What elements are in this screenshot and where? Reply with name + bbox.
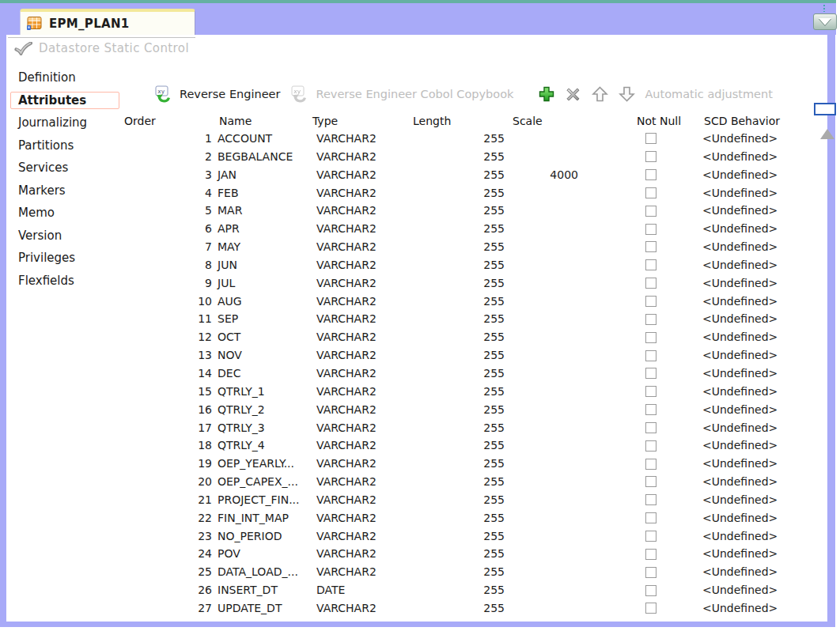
not-null-checkbox[interactable] — [645, 350, 656, 361]
table-row[interactable]: 7 MAY VARCHAR2 255 <Undefined> — [111, 238, 827, 256]
table-row[interactable]: 24 POV VARCHAR2 255 <Undefined> — [111, 545, 827, 563]
table-row[interactable]: 27 UPDATE_DT VARCHAR2 255 <Undefined> — [111, 599, 827, 618]
cell-scale — [505, 238, 578, 256]
sidebar-item-label: Journalizing — [18, 115, 87, 130]
move-up-icon[interactable] — [590, 85, 609, 104]
not-null-checkbox[interactable] — [645, 459, 656, 470]
not-null-checkbox[interactable] — [645, 603, 656, 614]
not-null-checkbox[interactable] — [645, 386, 656, 397]
tab-list-chevron-button[interactable] — [813, 13, 837, 30]
column-header-length[interactable]: Length — [413, 115, 451, 127]
table-row[interactable]: 3 JAN VARCHAR2 255 4000 <Undefined> — [111, 166, 827, 184]
cell-length: 255 — [406, 365, 505, 383]
not-null-checkbox[interactable] — [645, 296, 656, 307]
table-row[interactable]: 22 FIN_INT_MAP VARCHAR2 255 <Undefined> — [111, 509, 827, 527]
sidebar-item-version[interactable]: Version — [10, 227, 119, 244]
sidebar-item-journalizing[interactable]: Journalizing — [10, 114, 119, 131]
table-row[interactable]: 18 QTRLY_4 VARCHAR2 255 <Undefined> — [111, 436, 827, 455]
table-row[interactable]: 11 SEP VARCHAR2 255 <Undefined> — [111, 310, 827, 328]
not-null-checkbox[interactable] — [645, 512, 656, 523]
cell-length: 255 — [406, 436, 505, 455]
not-null-checkbox[interactable] — [645, 404, 656, 415]
cell-type: VARCHAR2 — [311, 436, 406, 455]
table-row[interactable]: 6 APR VARCHAR2 255 <Undefined> — [111, 220, 827, 238]
not-null-checkbox[interactable] — [645, 151, 656, 162]
cell-scd-behavior: <Undefined> — [702, 545, 827, 563]
tab-epm-plan1[interactable]: EPM_PLAN1 — [20, 9, 195, 35]
attributes-toolbar: xy Reverse Engineer xy Reverse Engineer … — [6, 84, 821, 104]
table-row[interactable]: 12 OCT VARCHAR2 255 <Undefined> — [111, 328, 827, 346]
column-header-name[interactable]: Name — [219, 115, 252, 127]
not-null-checkbox[interactable] — [645, 187, 656, 198]
table-row[interactable]: 25 DATA_LOAD_... VARCHAR2 255 <Undefined… — [111, 563, 827, 581]
cell-type: VARCHAR2 — [311, 220, 406, 238]
cell-name: DATA_LOAD_... — [212, 563, 311, 581]
reverse-engineer-button[interactable]: Reverse Engineer — [180, 88, 280, 100]
cell-scale — [505, 220, 578, 238]
sidebar-item-flexfields[interactable]: Flexfields — [10, 272, 119, 289]
table-row[interactable]: 19 OEP_YEARLY... VARCHAR2 255 <Undefined… — [111, 455, 827, 473]
table-row[interactable]: 15 QTRLY_1 VARCHAR2 255 <Undefined> — [111, 383, 827, 401]
sidebar-item-privileges[interactable]: Privileges — [10, 249, 119, 266]
not-null-checkbox[interactable] — [645, 278, 656, 289]
not-null-checkbox[interactable] — [645, 585, 656, 596]
not-null-checkbox[interactable] — [645, 241, 656, 252]
editor-splitter-handle[interactable] — [814, 103, 836, 115]
not-null-checkbox[interactable] — [645, 133, 656, 144]
table-row[interactable]: 2 BEGBALANCE VARCHAR2 255 <Undefined> — [111, 148, 827, 166]
cell-length: 255 — [406, 419, 505, 437]
sidebar-item-services[interactable]: Services — [10, 159, 119, 176]
column-header-scd-behavior[interactable]: SCD Behavior — [704, 115, 780, 127]
not-null-checkbox[interactable] — [645, 224, 656, 235]
table-row[interactable]: 17 QTRLY_3 VARCHAR2 255 <Undefined> — [111, 419, 827, 437]
sidebar-item-markers[interactable]: Markers — [10, 182, 119, 199]
table-row[interactable]: 21 PROJECT_FIN... VARCHAR2 255 <Undefine… — [111, 491, 827, 509]
not-null-checkbox[interactable] — [645, 169, 656, 180]
add-attribute-icon[interactable] — [537, 85, 556, 104]
not-null-checkbox[interactable] — [645, 368, 656, 379]
not-null-checkbox[interactable] — [645, 494, 656, 505]
not-null-checkbox[interactable] — [645, 549, 656, 560]
reverse-engineer-icon[interactable]: xy — [154, 85, 173, 104]
cell-order: 17 — [111, 419, 212, 437]
table-row[interactable]: 1 ACCOUNT VARCHAR2 255 <Undefined> — [111, 130, 827, 148]
cell-length: 255 — [406, 491, 505, 509]
not-null-checkbox[interactable] — [645, 440, 656, 452]
table-row[interactable]: 23 NO_PERIOD VARCHAR2 255 <Undefined> — [111, 527, 827, 546]
table-row[interactable]: 14 DEC VARCHAR2 255 <Undefined> — [111, 365, 827, 383]
cell-order: 21 — [111, 491, 212, 509]
not-null-checkbox[interactable] — [645, 259, 656, 270]
not-null-checkbox[interactable] — [645, 332, 656, 343]
not-null-checkbox[interactable] — [645, 314, 656, 325]
table-row[interactable]: 8 JUN VARCHAR2 255 <Undefined> — [111, 256, 827, 274]
cell-scd-behavior: <Undefined> — [702, 293, 827, 311]
move-down-icon[interactable] — [617, 85, 636, 104]
table-row[interactable]: 9 JUL VARCHAR2 255 <Undefined> — [111, 274, 827, 293]
not-null-checkbox[interactable] — [645, 422, 656, 433]
cell-name: POV — [212, 545, 311, 563]
not-null-checkbox[interactable] — [645, 476, 656, 487]
sidebar-item-memo[interactable]: Memo — [10, 204, 119, 221]
column-header-type[interactable]: Type — [312, 115, 338, 127]
table-row[interactable]: 4 FEB VARCHAR2 255 <Undefined> — [111, 184, 827, 202]
table-row[interactable]: 10 AUG VARCHAR2 255 <Undefined> — [111, 293, 827, 311]
cell-length: 255 — [406, 599, 505, 618]
table-row[interactable]: 16 QTRLY_2 VARCHAR2 255 <Undefined> — [111, 401, 827, 419]
not-null-checkbox[interactable] — [645, 531, 656, 542]
cell-length: 255 — [406, 473, 505, 491]
delete-attribute-icon[interactable] — [563, 85, 582, 104]
table-row[interactable]: 26 INSERT_DT DATE 255 <Undefined> — [111, 581, 827, 599]
sidebar-item-partitions[interactable]: Partitions — [10, 137, 119, 154]
table-row[interactable]: 5 MAR VARCHAR2 255 <Undefined> — [111, 202, 827, 220]
not-null-checkbox[interactable] — [645, 567, 656, 578]
column-header-not-null[interactable]: Not Null — [637, 115, 681, 127]
table-row[interactable]: 20 OEP_CAPEX_... VARCHAR2 255 <Undefined… — [111, 473, 827, 491]
cell-type: VARCHAR2 — [311, 455, 406, 473]
scroll-up-icon[interactable] — [820, 129, 834, 139]
svg-text:xy: xy — [294, 88, 301, 95]
not-null-checkbox[interactable] — [645, 206, 656, 217]
table-row[interactable]: 13 NOV VARCHAR2 255 <Undefined> — [111, 346, 827, 365]
cell-length: 255 — [406, 527, 505, 546]
column-header-order[interactable]: Order — [124, 115, 156, 127]
column-header-scale[interactable]: Scale — [513, 115, 543, 127]
